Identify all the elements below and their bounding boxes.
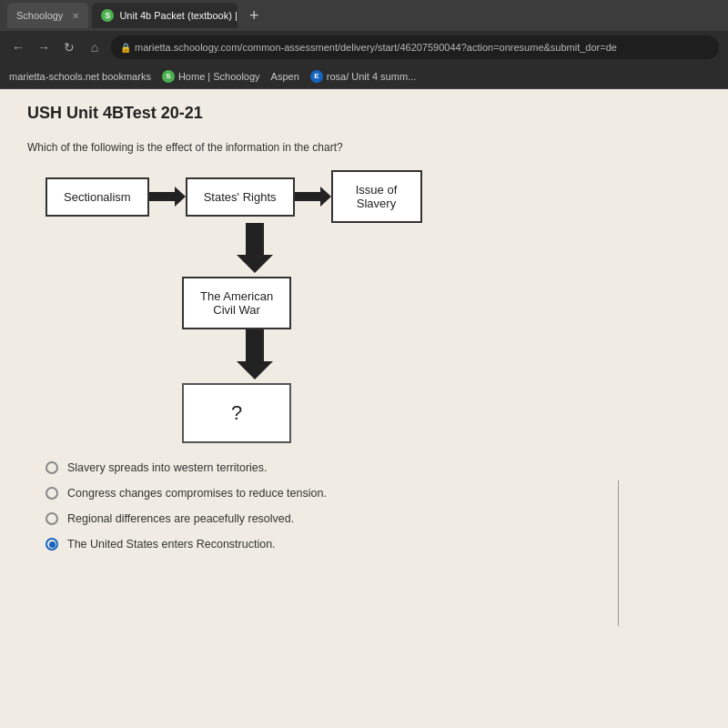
back-button[interactable]: ← bbox=[9, 40, 27, 55]
bookmark-icon-e: E bbox=[310, 70, 323, 83]
url-input[interactable]: 🔒 marietta.schoology.com/common-assessme… bbox=[111, 35, 719, 59]
arrow-down-1 bbox=[237, 223, 273, 277]
bookmark-icon-s: S bbox=[162, 70, 175, 83]
radio-d-inner bbox=[49, 541, 56, 548]
option-b-text: Congress changes compromises to reduce t… bbox=[67, 487, 327, 500]
flowchart-box-question: ? bbox=[182, 383, 291, 443]
bookmark-home-schoology[interactable]: S Home | Schoology bbox=[162, 70, 260, 83]
bookmark-label: rosa/ Unit 4 summ... bbox=[327, 71, 416, 82]
question-text: Which of the following is the effect of … bbox=[27, 141, 701, 154]
home-button[interactable]: ⌂ bbox=[86, 40, 104, 55]
bookmark-marietta[interactable]: marietta-schools.net bookmarks bbox=[9, 71, 151, 82]
page-title: USH Unit 4BTest 20-21 bbox=[27, 104, 701, 123]
radio-a[interactable] bbox=[46, 461, 58, 474]
svg-marker-0 bbox=[149, 187, 186, 207]
option-d-text: The United States enters Reconstruction. bbox=[67, 538, 276, 551]
arrow-right-1 bbox=[149, 183, 186, 210]
flowchart-row1: Sectionalism States' Rights Issue ofSlav… bbox=[46, 170, 422, 223]
option-a[interactable]: Slavery spreads into western territories… bbox=[46, 461, 701, 474]
arrow-down-2 bbox=[237, 329, 273, 383]
tab-icon-s: S bbox=[101, 9, 114, 22]
option-c[interactable]: Regional differences are peacefully reso… bbox=[46, 512, 701, 525]
option-d[interactable]: The United States enters Reconstruction. bbox=[46, 538, 701, 551]
flowchart-box-civil-war-wrapper: The AmericanCivil War bbox=[182, 277, 291, 329]
radio-b[interactable] bbox=[46, 487, 58, 500]
reload-button[interactable]: ↻ bbox=[60, 40, 78, 55]
flowchart-box-question-wrapper: ? bbox=[182, 383, 291, 443]
flowchart: Sectionalism States' Rights Issue ofSlav… bbox=[46, 170, 701, 443]
radio-c[interactable] bbox=[46, 512, 58, 525]
arrow-right-2 bbox=[295, 183, 331, 210]
address-bar: ← → ↻ ⌂ 🔒 marietta.schoology.com/common-… bbox=[0, 31, 728, 64]
bookmark-label: Aspen bbox=[271, 71, 299, 82]
new-tab-button[interactable]: + bbox=[241, 3, 267, 28]
option-b[interactable]: Congress changes compromises to reduce t… bbox=[46, 487, 701, 500]
flowchart-box-civil-war: The AmericanCivil War bbox=[182, 277, 291, 329]
bookmark-unit4[interactable]: E rosa/ Unit 4 summ... bbox=[310, 70, 416, 83]
option-c-text: Regional differences are peacefully reso… bbox=[67, 512, 294, 525]
svg-marker-1 bbox=[295, 187, 331, 207]
vertical-line bbox=[618, 480, 619, 626]
bookmark-aspen[interactable]: Aspen bbox=[271, 71, 299, 82]
tab-label-active: Unit 4b Packet (textbook) | Sc bbox=[119, 10, 238, 21]
option-a-text: Slavery spreads into western territories… bbox=[67, 461, 268, 474]
options-list: Slavery spreads into western territories… bbox=[46, 461, 701, 551]
bookmarks-bar: marietta-schools.net bookmarks S Home | … bbox=[0, 64, 728, 89]
bookmark-label: marietta-schools.net bookmarks bbox=[9, 71, 151, 82]
forward-button[interactable]: → bbox=[35, 40, 53, 55]
tab-bar: Schoology ✕ S Unit 4b Packet (textbook) … bbox=[0, 0, 728, 31]
flowchart-box-slavery: Issue ofSlavery bbox=[331, 170, 422, 223]
svg-marker-3 bbox=[237, 329, 273, 379]
flowchart-box-sectionalism: Sectionalism bbox=[46, 177, 149, 217]
tab-unit-packet[interactable]: S Unit 4b Packet (textbook) | Sc ✕ bbox=[92, 3, 238, 28]
svg-marker-2 bbox=[237, 223, 273, 273]
tab-close[interactable]: ✕ bbox=[72, 11, 79, 21]
flowchart-box-states-rights: States' Rights bbox=[186, 177, 295, 217]
lock-icon: 🔒 bbox=[120, 43, 131, 53]
page-content: USH Unit 4BTest 20-21 Which of the follo… bbox=[0, 89, 728, 728]
tab-label: Schoology bbox=[16, 10, 63, 21]
url-text: marietta.schoology.com/common-assessment… bbox=[135, 42, 617, 53]
tab-schoology[interactable]: Schoology ✕ bbox=[7, 3, 88, 28]
radio-d[interactable] bbox=[46, 538, 58, 551]
browser-chrome: Schoology ✕ S Unit 4b Packet (textbook) … bbox=[0, 0, 728, 89]
bookmark-label: Home | Schoology bbox=[178, 71, 260, 82]
